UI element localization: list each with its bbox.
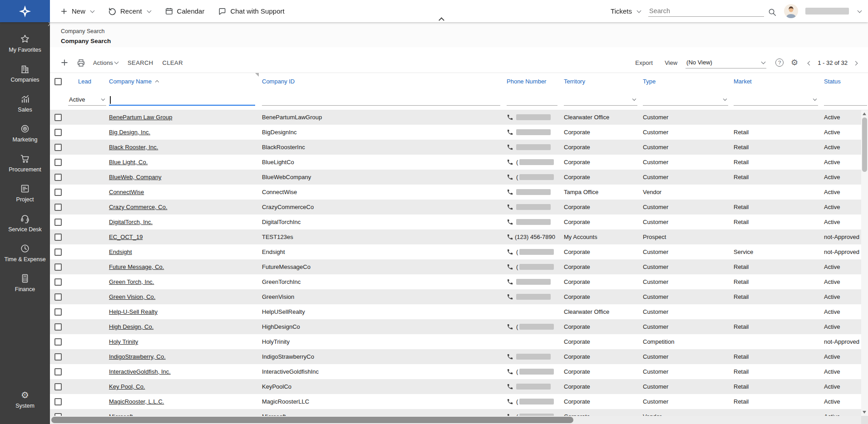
type-filter-select[interactable] bbox=[643, 94, 728, 106]
table-row[interactable]: Green Torch, Inc.GreenTorchInc Corporate… bbox=[50, 274, 868, 289]
status-filter-input[interactable] bbox=[824, 94, 867, 106]
avatar[interactable] bbox=[784, 4, 798, 18]
sidebar-expand-chevron[interactable] bbox=[46, 22, 51, 26]
row-checkbox[interactable] bbox=[54, 249, 62, 256]
sidebar-item-procurement[interactable]: Procurement bbox=[0, 149, 50, 179]
table-row[interactable]: Help-U-Sell RealtyHelpUSellRealtyClearwa… bbox=[50, 304, 868, 319]
company-name-link[interactable]: Green Torch, Inc. bbox=[109, 278, 154, 285]
column-header-company-name[interactable]: Company Name bbox=[107, 78, 260, 85]
company-name-link[interactable]: DigitalTorch, Inc. bbox=[109, 219, 153, 225]
row-checkbox[interactable] bbox=[54, 278, 62, 286]
actions-menu-button[interactable]: Actions bbox=[93, 59, 118, 66]
row-checkbox[interactable] bbox=[54, 353, 62, 361]
column-header-status[interactable]: Status bbox=[822, 78, 868, 85]
company-name-link[interactable]: Future Message, Co. bbox=[109, 263, 164, 270]
table-row[interactable]: ConnectWiseConnectWise Tampa OfficeVendo… bbox=[50, 185, 868, 200]
sidebar-item-system[interactable]: ⚙ System bbox=[0, 385, 50, 415]
sidebar-item-finance[interactable]: Finance bbox=[0, 268, 50, 298]
column-header-type[interactable]: Type bbox=[641, 78, 732, 85]
row-checkbox[interactable] bbox=[54, 308, 62, 316]
breadcrumb[interactable]: Company Search bbox=[61, 28, 868, 34]
column-header-phone-number[interactable]: Phone Number bbox=[504, 78, 562, 85]
export-button[interactable]: Export bbox=[635, 59, 653, 66]
table-row[interactable]: Key Pool, Co.KeyPoolCo CorporateCustomer… bbox=[50, 379, 868, 394]
company-name-link[interactable]: Key Pool, Co. bbox=[109, 383, 145, 390]
row-checkbox[interactable] bbox=[54, 368, 62, 375]
settings-button[interactable]: ⚙ bbox=[791, 58, 798, 67]
sidebar-item-time-expense[interactable]: Time & Expense bbox=[0, 239, 50, 268]
row-checkbox[interactable] bbox=[54, 383, 62, 390]
company-name-link[interactable]: BenePartum Law Group bbox=[109, 114, 172, 121]
table-row[interactable]: EndsightEndsight (CorporateCustomerServi… bbox=[50, 244, 868, 259]
search-icon[interactable] bbox=[768, 8, 777, 17]
sidebar-item-sales[interactable]: Sales bbox=[0, 89, 50, 119]
global-search-input[interactable] bbox=[648, 5, 764, 17]
row-checkbox[interactable] bbox=[54, 234, 62, 241]
company-name-link[interactable]: InteractiveGoldfish, Inc. bbox=[109, 368, 171, 375]
territory-filter-select[interactable] bbox=[564, 94, 637, 106]
table-row[interactable]: BenePartum Law GroupBenePartumLawGroup C… bbox=[50, 110, 868, 125]
column-header-market[interactable]: Market bbox=[732, 78, 822, 85]
scroll-down-arrow[interactable] bbox=[863, 411, 866, 414]
app-logo[interactable] bbox=[0, 0, 50, 22]
search-button[interactable]: SEARCH bbox=[128, 59, 153, 66]
tickets-button[interactable]: Tickets bbox=[611, 7, 641, 15]
company-name-link[interactable]: EC_OCT_19 bbox=[109, 234, 143, 240]
print-button[interactable] bbox=[76, 58, 86, 68]
sidebar-item-my-favorites[interactable]: My Favorites bbox=[0, 29, 50, 59]
collapse-header-chevron[interactable] bbox=[435, 15, 448, 22]
table-row[interactable]: Blue Light, Co.BlueLightCo (CorporateCus… bbox=[50, 155, 868, 170]
table-row[interactable]: IndigoStrawberry, Co.IndigoStrawberryCo … bbox=[50, 349, 868, 364]
column-header-company-id[interactable]: Company ID bbox=[260, 78, 504, 85]
horizontal-scrollbar[interactable] bbox=[50, 416, 868, 424]
row-checkbox[interactable] bbox=[54, 174, 62, 181]
sidebar-item-service-desk[interactable]: Service Desk bbox=[0, 209, 50, 239]
row-checkbox[interactable] bbox=[54, 323, 62, 331]
row-checkbox[interactable] bbox=[54, 338, 62, 346]
next-page-button[interactable] bbox=[851, 58, 860, 68]
horizontal-scroll-thumb[interactable] bbox=[51, 417, 573, 423]
row-checkbox[interactable] bbox=[54, 189, 62, 196]
company-id-filter-input[interactable] bbox=[262, 94, 500, 106]
row-checkbox[interactable] bbox=[54, 219, 62, 226]
table-row[interactable]: Big Design, Inc.BigDesignInc CorporateCu… bbox=[50, 125, 868, 140]
vertical-scrollbar[interactable] bbox=[861, 110, 868, 416]
table-row[interactable]: Holy TrinityHolyTrinityCorporateCompetit… bbox=[50, 334, 868, 349]
table-row[interactable]: Crazy Commerce, Co.CrazyCommerceCo Corpo… bbox=[50, 200, 868, 214]
row-checkbox[interactable] bbox=[54, 114, 62, 121]
company-name-link[interactable]: Big Design, Inc. bbox=[109, 129, 150, 136]
company-name-link[interactable]: Crazy Commerce, Co. bbox=[109, 204, 168, 210]
add-button[interactable] bbox=[60, 58, 69, 67]
company-name-link[interactable]: Blue Light, Co. bbox=[109, 159, 148, 166]
company-name-link[interactable]: Green Vision, Co. bbox=[109, 293, 155, 300]
row-checkbox[interactable] bbox=[54, 293, 62, 301]
row-checkbox[interactable] bbox=[54, 263, 62, 271]
prev-page-button[interactable] bbox=[805, 58, 814, 68]
row-checkbox[interactable] bbox=[54, 398, 62, 405]
row-checkbox[interactable] bbox=[54, 144, 62, 151]
market-filter-select[interactable] bbox=[734, 94, 818, 106]
sidebar-item-marketing[interactable]: Marketing bbox=[0, 119, 50, 149]
table-row[interactable]: High Design, Co.HighDesignCo (CorporateC… bbox=[50, 319, 868, 334]
company-name-link[interactable]: BlueWeb, Company bbox=[109, 174, 161, 180]
lead-filter-select[interactable]: Active bbox=[68, 94, 106, 106]
company-name-filter-input[interactable] bbox=[109, 94, 255, 106]
table-row[interactable]: DigitalTorch, Inc.DigitalTorchInc Corpor… bbox=[50, 214, 868, 229]
company-name-link[interactable]: Black Rooster, Inc. bbox=[109, 144, 158, 151]
scroll-up-arrow[interactable] bbox=[863, 112, 866, 115]
sidebar-item-project[interactable]: Project bbox=[0, 179, 50, 209]
column-header-territory[interactable]: Territory bbox=[562, 78, 641, 85]
row-checkbox[interactable] bbox=[54, 159, 62, 166]
column-header-lead[interactable]: Lead bbox=[67, 78, 107, 85]
table-row[interactable]: Black Rooster, Inc.BlackRoosterInc Corpo… bbox=[50, 140, 868, 155]
select-all-checkbox[interactable] bbox=[54, 78, 62, 85]
company-name-link[interactable]: MagicRooster, L.L.C. bbox=[109, 398, 164, 405]
chat-support-button[interactable]: Chat with Support bbox=[218, 7, 284, 15]
company-name-link[interactable]: Holy Trinity bbox=[109, 338, 138, 345]
table-row[interactable]: Green Vision, Co.GreenVision CorporateCu… bbox=[50, 289, 868, 304]
user-menu-chevron[interactable] bbox=[858, 8, 862, 13]
company-name-link[interactable]: IndigoStrawberry, Co. bbox=[109, 353, 166, 360]
clear-button[interactable]: CLEAR bbox=[163, 59, 183, 66]
table-row[interactable]: BlueWeb, CompanyBlueWebCompany (Corporat… bbox=[50, 170, 868, 185]
company-name-link[interactable]: High Design, Co. bbox=[109, 323, 153, 330]
